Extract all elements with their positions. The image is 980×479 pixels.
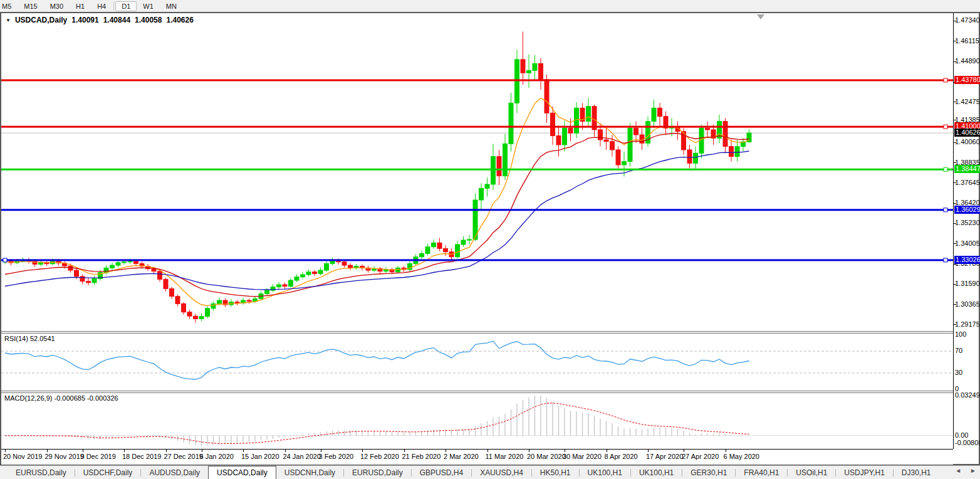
tab-fra40-h1[interactable]: FRA40,H1 [736,466,787,479]
price-axis[interactable]: 1.473401.461151.448901.436651.424751.413… [953,13,978,449]
hline-resistance-2-anchor-right[interactable] [944,125,947,129]
macd-label: MACD(12,26,9) -0.000685 -0.000326 [4,394,118,402]
tab-uk100-h1[interactable]: UK100,H1 [580,466,630,479]
date-tick-mark [362,450,363,452]
timeframe-m15[interactable]: M15 [18,1,43,11]
price-tick-label: 1.44890 [955,57,980,65]
timeframe-m30[interactable]: M30 [44,1,70,11]
hline-support-3[interactable] [1,259,953,261]
tab-uk100-h1-2[interactable]: UK100,H1 [631,466,682,479]
date-tick-mark [648,450,649,452]
price-tick-label: 1.42475 [955,98,980,106]
date-label: 18 Dec 2019 [122,453,161,460]
rsi-pane[interactable]: RSI(14) 52.0541 [1,334,953,391]
price-badge-support-2: 1.36029 [954,206,980,214]
ma-medium-line [5,134,749,297]
metatrader-window: { "toolbar": { "timeframes": ["M5","M15"… [0,0,980,479]
timeframe-h4[interactable]: H4 [91,1,112,11]
date-label: 24 Jan 2020 [283,453,321,460]
tab-usdcad-daily[interactable]: USDCAD,Daily [208,466,276,479]
timeframe-mn[interactable]: MN [160,1,183,11]
macd-pane[interactable]: MACD(12,26,9) -0.000685 -0.000326 [1,393,953,448]
date-label: 20 Mar 2020 [527,453,566,460]
hline-support-1-anchor-right[interactable] [944,167,947,171]
hline-support-2[interactable] [1,209,953,211]
plot-area[interactable]: ▼ USDCAD,Daily 1.40091 1.40844 1.40058 1… [1,13,953,449]
hline-support-3-anchor-left[interactable] [3,258,7,262]
chart-symbol-label: USDCAD,Daily [15,16,67,24]
price-tick-label: 1.40060 [955,138,980,146]
tab-ger30-h1[interactable]: GER30,H1 [682,466,735,479]
toolbar-separator [113,2,114,11]
tab-audusd-daily[interactable]: AUDUSD,Daily [141,466,208,479]
chart-window[interactable]: ▼ USDCAD,Daily 1.40091 1.40844 1.40058 1… [0,12,980,465]
date-tick-mark [529,450,529,452]
timeframe-w1[interactable]: W1 [137,1,160,11]
timeframe-d1[interactable]: D1 [115,1,137,11]
date-label: 21 Feb 2020 [402,453,441,460]
price-tick-label: 1.31590 [955,280,980,288]
tab-usdcnh-daily[interactable]: USDCNH,Daily [276,466,343,479]
tab-xauusd-h4[interactable]: XAUUSD,H4 [472,466,531,479]
date-tick-mark [684,450,684,452]
date-label: 20 Nov 2019 [3,453,42,460]
ohlc-high: 1.40844 [103,16,130,24]
macd-axis-label: 0.00 [955,431,968,440]
date-tick-mark [285,450,286,452]
tab-eurusd-daily-2[interactable]: EURUSD,Daily [344,466,411,479]
rsi-canvas[interactable] [1,334,953,391]
tab-hk50-h1[interactable]: HK50,H1 [532,466,579,479]
chart-dropdown-icon[interactable]: ▼ [6,18,11,23]
date-label: 3 Feb 2020 [319,453,354,460]
tab-gbpusd-h4[interactable]: GBPUSD,H4 [412,466,471,479]
date-label: 8 Apr 2020 [605,453,638,460]
rsi-label: RSI(14) 52.0541 [4,335,55,342]
date-tick-mark [487,450,488,452]
date-tick-mark [124,450,125,452]
hline-resistance-1-anchor-right[interactable] [944,78,947,82]
date-tick-mark [565,450,565,452]
tab-scroll-left-button[interactable]: ◄ [955,467,961,474]
price-tick-label: 1.35230 [955,219,980,227]
hline-resistance-2[interactable] [1,126,953,128]
macd-axis-label: 0.032493 [955,391,980,399]
date-label: 12 Feb 2020 [360,453,399,460]
tab-dj30-h1[interactable]: DJ30,H1 [894,466,939,479]
macd-histogram [5,396,749,446]
main-price-pane[interactable]: ▼ USDCAD,Daily 1.40091 1.40844 1.40058 1… [1,13,953,331]
main-chart-canvas[interactable] [1,13,953,331]
tab-usdchf-daily[interactable]: USDCHF,Daily [75,466,141,479]
price-tick-label: 1.46115 [955,37,979,45]
hline-resistance-1[interactable] [1,79,953,81]
price-tick-label: 1.29175 [955,320,980,329]
rsi-axis-label: 30 [955,369,962,377]
ohlc-low: 1.40058 [135,16,162,24]
hline-support-3-anchor-right[interactable] [944,258,947,262]
tab-usdjpy-h1[interactable]: USDJPY,H1 [836,466,892,479]
date-label: 6 May 2020 [724,453,759,460]
date-tick-mark [202,450,202,452]
timeframe-m5[interactable]: M5 [0,1,18,11]
ohlc-open: 1.40091 [71,16,98,24]
price-tick-label: 1.37645 [955,179,980,187]
hline-support-2-anchor-right[interactable] [944,208,947,212]
macd-canvas[interactable] [1,393,953,448]
date-label: 11 Mar 2020 [486,453,524,460]
date-axis[interactable]: 20 Nov 201929 Nov 20199 Dec 201918 Dec 2… [1,449,953,465]
date-label: 17 Apr 2020 [646,453,683,460]
tab-usoil-h1[interactable]: USOil,H1 [788,466,835,479]
date-tick-mark [321,450,321,452]
rsi-line [5,341,749,379]
price-tick-label: 1.34005 [955,239,980,248]
timeframe-h1[interactable]: H1 [70,1,91,11]
date-tick-mark [5,450,6,452]
hline-support-1[interactable] [1,169,953,171]
chart-shift-marker[interactable] [757,14,764,19]
date-label: 6 Jan 2020 [200,453,234,460]
tab-scroll-right-button[interactable]: ► [970,467,976,474]
date-tick-mark [243,450,244,452]
date-tick-mark [446,450,446,452]
tab-eurusd-daily[interactable]: EURUSD,Daily [8,466,75,479]
date-tick-mark [166,450,167,452]
tab-scroll-arrows: ◄ ► [955,467,976,474]
